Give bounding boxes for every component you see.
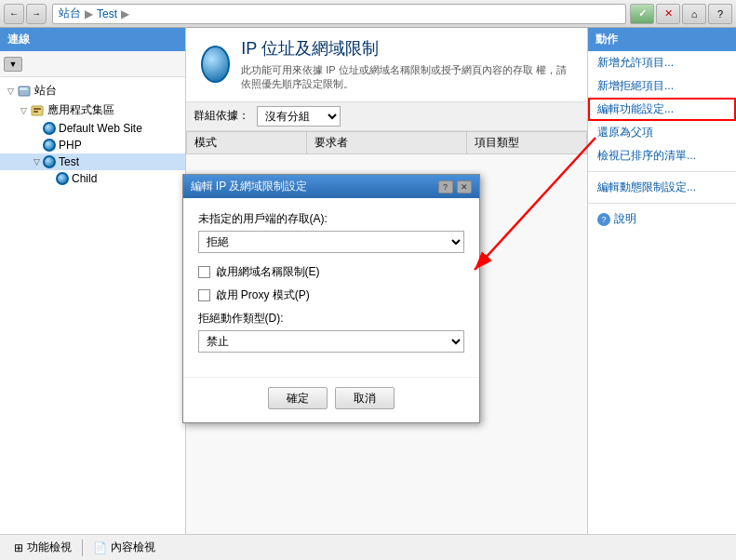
globe-icon-php <box>43 139 56 152</box>
action-divider <box>588 171 736 172</box>
sidebar-filter-icon[interactable]: ▼ <box>4 57 22 72</box>
cancel-button[interactable]: 取消 <box>335 387 395 409</box>
sidebar-item-label-child: Child <box>72 172 97 185</box>
action-new-allow[interactable]: 新增允許項目... <box>588 51 736 74</box>
action-edit-dynamic[interactable]: 編輯動態限制設定... <box>588 176 736 199</box>
edit-ip-dialog: 編輯 IP 及網域限制設定 ? ✕ 未指定的用戶端的存取(A): 拒絕 啟用網域… <box>182 174 480 423</box>
checkbox-domain-row: 啟用網域名稱限制(E) <box>198 264 464 280</box>
checkbox-proxy[interactable] <box>198 289 210 301</box>
action-help-label: 說明 <box>614 211 636 227</box>
sidebar-item-station[interactable]: ▽ 站台 <box>0 81 185 100</box>
globe-icon-test <box>43 155 56 168</box>
svg-rect-5 <box>33 111 38 113</box>
toolbar-icons: ✓ ✕ ⌂ ? <box>630 4 732 24</box>
content-globe-icon <box>201 46 230 83</box>
help-icon: ? <box>597 213 610 226</box>
dialog-footer: 確定 取消 <box>183 377 479 422</box>
page-title: IP 位址及網域限制 <box>241 37 572 60</box>
features-icon: ⊞ <box>14 541 23 554</box>
refresh-button[interactable]: ✓ <box>630 4 654 24</box>
address-part-station: 站台 <box>59 6 81 21</box>
help-button[interactable]: ? <box>708 4 732 24</box>
group-by-select[interactable]: 沒有分組 <box>257 106 341 127</box>
deny-action-label: 拒絕動作類型(D): <box>198 311 464 327</box>
forward-button[interactable]: → <box>26 4 47 24</box>
action-help[interactable]: ? 說明 <box>588 207 736 231</box>
expand-icon-test: ▽ <box>30 155 43 168</box>
address-part-test: Test <box>97 7 117 20</box>
sidebar-item-label-apppool: 應用程式集區 <box>47 102 114 118</box>
globe-icon-default <box>43 122 56 135</box>
sidebar-item-default-web[interactable]: Default Web Site <box>0 120 185 137</box>
sidebar-item-label-test: Test <box>59 155 79 168</box>
dialog-close-btn[interactable]: ✕ <box>457 180 472 193</box>
sidebar-item-label-default: Default Web Site <box>59 122 142 135</box>
actions-header: 動作 <box>588 28 736 51</box>
confirm-button[interactable]: 確定 <box>268 387 328 409</box>
apppool-icon <box>30 103 45 118</box>
features-view-btn[interactable]: ⊞ 功能檢視 <box>7 537 78 558</box>
sidebar-toolbar: ▼ <box>0 51 185 77</box>
sidebar-item-apppool[interactable]: ▽ 應用程式集區 <box>0 100 185 120</box>
back-button[interactable]: ← <box>4 4 24 24</box>
checkbox-domain[interactable] <box>198 266 210 278</box>
features-label: 功能檢視 <box>27 540 72 555</box>
content-icon: 📄 <box>93 541 107 554</box>
actions-panel: 動作 新增允許項目... 新增拒絕項目... 編輯功能設定... 還原為父項 檢… <box>587 28 736 534</box>
sidebar-header: 連線 <box>0 28 185 51</box>
checkbox-proxy-label: 啟用 Proxy 模式(P) <box>216 287 310 303</box>
checkbox-domain-label: 啟用網域名稱限制(E) <box>216 264 320 280</box>
expand-icon-apppool: ▽ <box>17 104 30 117</box>
action-revert-parent[interactable]: 還原為父項 <box>588 121 736 144</box>
server-icon <box>17 84 32 99</box>
group-by-label: 群組依據： <box>194 108 249 124</box>
svg-rect-4 <box>33 108 41 110</box>
ip-restriction-table: 模式 要求者 項目類型 <box>186 131 587 154</box>
action-view-ordered[interactable]: 檢視已排序的清單... <box>588 144 736 167</box>
sidebar-item-child[interactable]: Child <box>0 170 185 187</box>
content-label: 內容檢視 <box>111 540 155 555</box>
action-divider2 <box>588 203 736 204</box>
status-bar: ⊞ 功能檢視 📄 內容檢視 <box>0 534 736 560</box>
globe-icon-child <box>56 172 69 185</box>
deny-action-select[interactable]: 禁止 <box>198 330 464 353</box>
home-button[interactable]: ⌂ <box>682 4 706 24</box>
dialog-controls: ? ✕ <box>438 180 472 193</box>
sidebar: 連線 ▼ ▽ 站台 ▽ 應用程式集區 <box>0 28 186 534</box>
status-divider <box>82 540 83 556</box>
col-mode: 模式 <box>187 131 307 153</box>
col-entry-type: 項目類型 <box>467 131 587 153</box>
stop-button[interactable]: ✕ <box>656 4 680 24</box>
unspecified-label: 未指定的用戶端的存取(A): <box>198 211 464 227</box>
svg-point-2 <box>27 87 29 89</box>
dialog-body: 未指定的用戶端的存取(A): 拒絕 啟用網域名稱限制(E) 啟用 Proxy 模… <box>183 198 479 377</box>
unspecified-select[interactable]: 拒絕 <box>198 231 464 253</box>
sidebar-tree: ▽ 站台 ▽ 應用程式集區 Default Web Site <box>0 77 185 534</box>
expand-icon: ▽ <box>4 85 17 98</box>
action-edit-features[interactable]: 編輯功能設定... <box>588 98 736 121</box>
content-description: 此功能可用來依據 IP 位址或網域名稱限制或授予網頁內容的存取 權，請依照優先順… <box>241 63 572 92</box>
sidebar-item-label-station: 站台 <box>34 83 57 99</box>
content-toolbar: 群組依據： 沒有分組 <box>186 102 587 131</box>
toolbar: ← → 站台 ▶ Test ▶ ✓ ✕ ⌂ ? <box>0 0 736 28</box>
checkbox-proxy-row: 啟用 Proxy 模式(P) <box>198 287 464 303</box>
dialog-titlebar: 編輯 IP 及網域限制設定 ? ✕ <box>183 175 479 198</box>
col-requester: 要求者 <box>307 131 467 153</box>
action-new-deny[interactable]: 新增拒絕項目... <box>588 74 736 98</box>
sidebar-item-test[interactable]: ▽ Test <box>0 153 185 170</box>
content-view-btn[interactable]: 📄 內容檢視 <box>87 537 162 558</box>
content-header: IP 位址及網域限制 此功能可用來依據 IP 位址或網域名稱限制或授予網頁內容的… <box>186 28 587 102</box>
address-bar: 站台 ▶ Test ▶ <box>52 4 626 24</box>
dialog-title: 編輯 IP 及網域限制設定 <box>191 179 308 194</box>
sidebar-item-php[interactable]: PHP <box>0 137 185 153</box>
sidebar-item-label-php: PHP <box>59 139 82 152</box>
dialog-question-btn[interactable]: ? <box>438 180 453 193</box>
